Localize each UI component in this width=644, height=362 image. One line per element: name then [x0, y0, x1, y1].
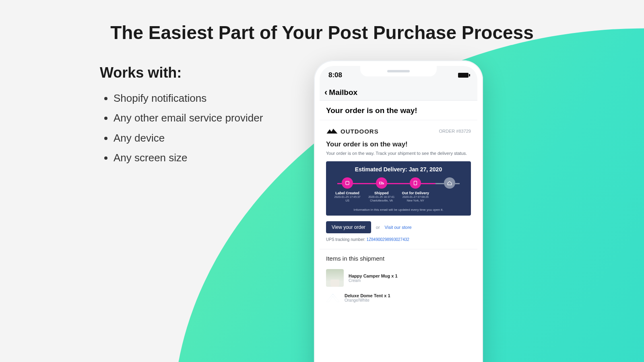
tracking-number-row: UPS tracking number: 1Z84900298993027432 [326, 237, 471, 242]
item-variant: Cream [349, 278, 398, 283]
navbar-title: Mailbox [329, 88, 357, 97]
item-thumbnail [326, 269, 344, 287]
tracking-number-link[interactable]: 1Z84900298993027432 [367, 237, 409, 242]
battery-icon [458, 73, 469, 78]
visit-store-link[interactable]: Visit our store [385, 225, 412, 230]
phone-mockup: 8:08 ‹ Mailbox Your order is on the way!… [314, 60, 483, 362]
marketing-slide: The Easiest Part of Your Post Purchase P… [0, 0, 644, 362]
status-time: 8:08 [328, 71, 342, 79]
tracking-step: Label Created 2020-01-25 17:45:37 US [332, 177, 362, 202]
svg-rect-1 [414, 181, 417, 185]
tracking-card: Estimated Delivery: Jan 27, 2020 Label C… [326, 161, 471, 216]
chevron-left-icon[interactable]: ‹ [324, 87, 327, 98]
item-name: Deluxe Dome Tent x 1 [345, 293, 390, 298]
svg-rect-0 [346, 181, 349, 185]
package-icon [342, 177, 353, 189]
tracking-step: Out for Delivery 2020-01-27 07:08:26 New… [400, 177, 430, 202]
item-variant: Orange/White [345, 298, 390, 302]
item-name: Happy Camper Mug x 1 [349, 274, 398, 278]
list-item: Any screen size [114, 148, 325, 168]
brand-logo: OUTDOORS [326, 128, 379, 135]
list-item: Shopify notifications [114, 88, 325, 108]
email-body: OUTDOORS ORDER #83729 Your order is on t… [320, 120, 477, 306]
view-order-button[interactable]: View your order [326, 221, 371, 233]
truck-icon [376, 177, 387, 189]
email-heading: Your order is on the way! [326, 140, 471, 148]
delivery-icon [410, 177, 421, 189]
tracking-note: Information in this email will be update… [330, 208, 467, 212]
mountain-icon [326, 128, 338, 135]
item-thumbnail [326, 294, 340, 302]
shipment-item: Happy Camper Mug x 1 Cream [326, 266, 471, 290]
or-text: or [376, 225, 380, 230]
brand-name: OUTDOORS [341, 128, 379, 135]
feature-heading: Works with: [100, 64, 325, 81]
email-description: Your order is on the way. Track your shi… [326, 151, 471, 156]
shipment-item: Deluxe Dome Tent x 1 Orange/White [326, 290, 471, 306]
list-item: Any device [114, 128, 325, 148]
mail-navbar[interactable]: ‹ Mailbox [320, 84, 477, 101]
order-number: ORDER #83729 [439, 129, 471, 134]
tracking-step-pending [435, 177, 464, 202]
home-icon [444, 177, 455, 189]
list-item: Any other email service provider [114, 108, 325, 128]
page-title: The Easiest Part of Your Post Purchase P… [0, 22, 644, 43]
divider [320, 249, 477, 249]
items-heading: Items in this shipment [326, 255, 471, 262]
email-subject: Your order is on the way! [320, 101, 477, 120]
tracking-title: Estimated Delivery: Jan 27, 2020 [330, 166, 467, 173]
feature-list: Works with: Shopify notifications Any ot… [100, 64, 325, 168]
phone-notch [360, 66, 437, 76]
tracking-step: Shipped 2020-01-25 18:37:41 Charlottesvi… [367, 177, 396, 202]
